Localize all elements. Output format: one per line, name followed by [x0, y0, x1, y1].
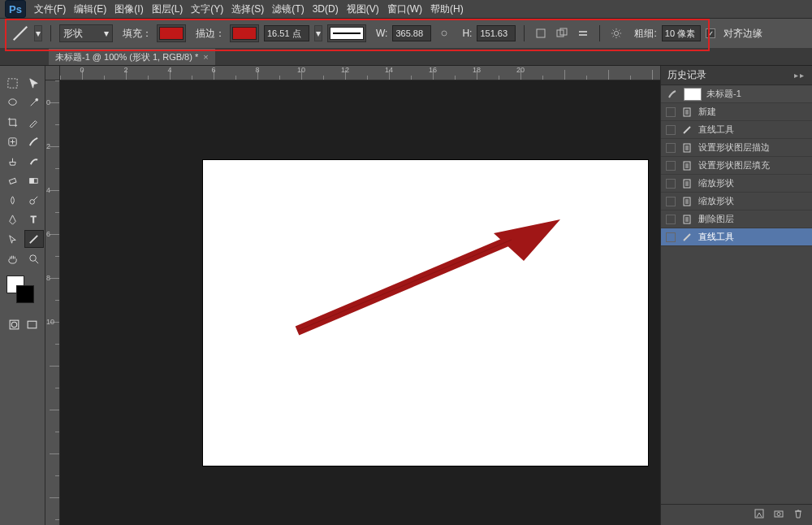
align-edges-checkbox[interactable] [706, 28, 715, 38]
history-visibility-toggle[interactable] [666, 125, 676, 135]
close-icon[interactable]: × [203, 52, 208, 62]
history-visibility-toggle[interactable] [666, 143, 676, 153]
link-wh-icon[interactable] [436, 25, 452, 41]
menu-file[interactable]: 文件(F) [34, 2, 66, 16]
stroke-style-picker[interactable] [327, 24, 366, 42]
ruler-h-label: 10 [297, 66, 305, 74]
history-visibility-toggle[interactable] [666, 197, 676, 206]
shape-mode-select[interactable]: 形状 ▾ [59, 24, 113, 42]
history-brush-tool[interactable] [24, 152, 44, 170]
menu-select[interactable]: 选择(S) [231, 2, 264, 16]
menu-type[interactable]: 文字(Y) [191, 2, 223, 16]
svg-line-0 [14, 27, 28, 41]
clone-stamp-tool[interactable] [3, 152, 23, 170]
panel-collapse-icon[interactable]: ▸▸ [794, 71, 806, 80]
stroke-width-picker[interactable]: ▾ [314, 25, 322, 41]
marquee-tool[interactable] [3, 74, 23, 92]
app-logo-icon: Ps [5, 0, 26, 18]
ruler-h-label: 4 [167, 66, 171, 74]
menu-3d[interactable]: 3D(D) [313, 3, 339, 15]
color-swatches[interactable] [5, 276, 41, 303]
history-item[interactable]: 直线工具 [661, 228, 812, 246]
history-item[interactable]: 设置形状图层填充 [661, 157, 812, 175]
zoom-tool[interactable] [24, 249, 44, 267]
history-item-label: 设置形状图层描边 [698, 141, 770, 154]
history-item-label: 缩放形状 [698, 177, 734, 189]
history-visibility-toggle[interactable] [666, 107, 676, 117]
stroke-width-input[interactable] [264, 25, 309, 41]
background-color[interactable] [16, 285, 34, 303]
menu-help[interactable]: 帮助(H) [430, 2, 464, 16]
magic-wand-tool[interactable] [24, 93, 44, 111]
hand-tool[interactable] [3, 249, 23, 267]
svg-line-28 [30, 235, 37, 242]
ruler-origin[interactable] [45, 66, 60, 80]
document-canvas[interactable] [203, 160, 648, 466]
blur-tool[interactable] [3, 191, 23, 209]
horizontal-ruler[interactable]: 02468101214161820 [60, 66, 660, 80]
menu-image[interactable]: 图像(I) [114, 2, 143, 16]
screen-mode-toggle[interactable] [24, 316, 41, 332]
history-panel: 历史记录 ▸▸ 未标题-1 新建直线工具设置形状图层描边设置形状图层填充缩放形状… [660, 66, 812, 525]
line-tool-icon [11, 24, 29, 42]
history-snapshot[interactable]: 未标题-1 [661, 85, 812, 103]
brush-icon [666, 88, 679, 101]
menu-view[interactable]: 视图(V) [347, 2, 379, 16]
ruler-h-label: 0 [80, 66, 84, 74]
menu-layer[interactable]: 图层(L) [152, 2, 184, 16]
pen-tool[interactable] [3, 210, 23, 228]
weight-input[interactable] [662, 25, 701, 41]
history-visibility-toggle[interactable] [666, 215, 676, 224]
document-tab[interactable]: 未标题-1 @ 100% (形状 1, RGB/8) * × [49, 49, 215, 65]
snapshot-icon[interactable] [773, 508, 784, 522]
gear-icon[interactable] [608, 25, 624, 41]
vertical-ruler[interactable]: 0246810 [45, 80, 60, 525]
history-item[interactable]: 设置形状图层描边 [661, 139, 812, 157]
menu-filter[interactable]: 滤镜(T) [272, 2, 304, 16]
canvas-area[interactable] [60, 80, 660, 525]
path-operations-button[interactable] [575, 25, 591, 41]
path-arrange-button[interactable] [554, 25, 570, 41]
eraser-tool[interactable] [3, 171, 23, 189]
move-tool[interactable] [24, 74, 44, 92]
history-item[interactable]: 删除图层 [661, 210, 812, 228]
quick-mask-toggle[interactable] [6, 316, 23, 332]
arrow-shape[interactable] [203, 160, 648, 466]
history-item[interactable]: 新建 [661, 103, 812, 121]
create-document-icon[interactable] [754, 508, 765, 522]
toolbox: T [0, 66, 45, 525]
fill-color-picker[interactable] [157, 24, 186, 42]
history-item-label: 设置形状图层填充 [698, 159, 770, 171]
history-visibility-toggle[interactable] [666, 232, 676, 242]
svg-rect-33 [28, 321, 37, 328]
menu-edit[interactable]: 编辑(E) [74, 2, 106, 16]
menu-window[interactable]: 窗口(W) [387, 2, 422, 16]
gradient-tool[interactable] [24, 171, 44, 189]
history-visibility-toggle[interactable] [666, 161, 676, 171]
stroke-color-picker[interactable] [230, 24, 259, 42]
crop-tool[interactable] [3, 113, 23, 131]
ruler-h-label: 2 [123, 66, 127, 74]
fill-color-swatch [159, 27, 184, 40]
width-input[interactable] [392, 25, 431, 41]
height-input[interactable] [477, 25, 516, 41]
lasso-tool[interactable] [3, 93, 23, 111]
eyedropper-tool[interactable] [24, 113, 44, 131]
history-item-label: 缩放形状 [698, 195, 734, 207]
history-visibility-toggle[interactable] [666, 179, 676, 189]
history-item[interactable]: 直线工具 [661, 121, 812, 139]
tool-preset-picker[interactable]: ▾ [34, 25, 42, 41]
history-item[interactable]: 缩放形状 [661, 193, 812, 210]
path-align-button[interactable] [533, 25, 549, 41]
dodge-tool[interactable] [24, 191, 44, 209]
brush-tool[interactable] [24, 132, 44, 150]
snapshot-label: 未标题-1 [706, 88, 741, 100]
trash-icon[interactable] [793, 508, 804, 522]
type-tool[interactable]: T [24, 210, 44, 228]
line-shape-tool[interactable] [24, 230, 44, 248]
healing-brush-tool[interactable] [3, 132, 23, 150]
line-icon [680, 231, 693, 244]
history-item[interactable]: 缩放形状 [661, 175, 812, 193]
path-select-tool[interactable] [3, 230, 23, 248]
document-icon [680, 177, 693, 190]
